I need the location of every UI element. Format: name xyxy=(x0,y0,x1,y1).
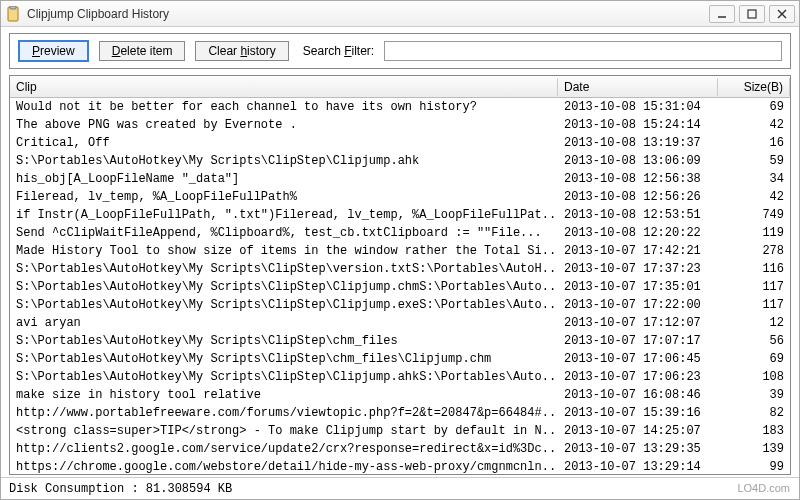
table-row[interactable]: http://www.portablefreeware.com/forums/v… xyxy=(10,404,790,422)
cell-size: 82 xyxy=(718,406,790,420)
table-row[interactable]: Made History Tool to show size of items … xyxy=(10,242,790,260)
svg-rect-3 xyxy=(748,10,756,18)
cell-date: 2013-10-08 15:24:14 xyxy=(558,118,718,132)
cell-clip: S:\Portables\AutoHotkey\My Scripts\ClipS… xyxy=(10,370,558,384)
table-row[interactable]: S:\Portables\AutoHotkey\My Scripts\ClipS… xyxy=(10,260,790,278)
table-row[interactable]: Critical, Off2013-10-08 13:19:3716 xyxy=(10,134,790,152)
table-row[interactable]: S:\Portables\AutoHotkey\My Scripts\ClipS… xyxy=(10,368,790,386)
cell-clip: http://www.portablefreeware.com/forums/v… xyxy=(10,406,558,420)
cell-size: 69 xyxy=(718,100,790,114)
window-title: Clipjump Clipboard History xyxy=(27,7,709,21)
preview-button[interactable]: Preview xyxy=(18,40,89,62)
cell-clip: S:\Portables\AutoHotkey\My Scripts\ClipS… xyxy=(10,298,558,312)
cell-clip: make size in history tool relative xyxy=(10,388,558,402)
history-table: Clip Date Size(B) Would not it be better… xyxy=(9,75,791,475)
status-bar: Disk Consumption : 81.308594 KB xyxy=(1,477,799,499)
table-row[interactable]: his_obj[A_LoopFileName "_data"]2013-10-0… xyxy=(10,170,790,188)
table-row[interactable]: avi aryan2013-10-07 17:12:0712 xyxy=(10,314,790,332)
table-body[interactable]: Would not it be better for each channel … xyxy=(10,98,790,474)
table-row[interactable]: Fileread, lv_temp, %A_LoopFileFullPath%2… xyxy=(10,188,790,206)
clear-history-button[interactable]: Clear history xyxy=(195,41,288,61)
cell-clip: avi aryan xyxy=(10,316,558,330)
column-header-size[interactable]: Size(B) xyxy=(718,78,790,96)
cell-size: 119 xyxy=(718,226,790,240)
cell-size: 16 xyxy=(718,136,790,150)
cell-size: 117 xyxy=(718,280,790,294)
cell-clip: http://clients2.google.com/service/updat… xyxy=(10,442,558,456)
cell-date: 2013-10-07 17:07:17 xyxy=(558,334,718,348)
cell-size: 278 xyxy=(718,244,790,258)
cell-clip: Send ^cClipWaitFileAppend, %Clipboard%, … xyxy=(10,226,558,240)
cell-clip: S:\Portables\AutoHotkey\My Scripts\ClipS… xyxy=(10,352,558,366)
cell-clip: S:\Portables\AutoHotkey\My Scripts\ClipS… xyxy=(10,334,558,348)
disk-consumption-label: Disk Consumption : 81.308594 KB xyxy=(9,482,232,496)
table-row[interactable]: Send ^cClipWaitFileAppend, %Clipboard%, … xyxy=(10,224,790,242)
table-row[interactable]: S:\Portables\AutoHotkey\My Scripts\ClipS… xyxy=(10,296,790,314)
app-window: Clipjump Clipboard History Preview Delet… xyxy=(0,0,800,500)
cell-size: 42 xyxy=(718,118,790,132)
cell-size: 749 xyxy=(718,208,790,222)
cell-date: 2013-10-07 13:29:14 xyxy=(558,460,718,474)
cell-date: 2013-10-08 12:56:38 xyxy=(558,172,718,186)
cell-clip: his_obj[A_LoopFileName "_data"] xyxy=(10,172,558,186)
cell-clip: S:\Portables\AutoHotkey\My Scripts\ClipS… xyxy=(10,154,558,168)
titlebar: Clipjump Clipboard History xyxy=(1,1,799,27)
column-header-clip[interactable]: Clip xyxy=(10,78,558,96)
cell-size: 69 xyxy=(718,352,790,366)
cell-date: 2013-10-07 17:42:21 xyxy=(558,244,718,258)
cell-date: 2013-10-08 12:20:22 xyxy=(558,226,718,240)
cell-clip: <strong class=super>TIP</strong> - To ma… xyxy=(10,424,558,438)
cell-size: 12 xyxy=(718,316,790,330)
table-row[interactable]: Would not it be better for each channel … xyxy=(10,98,790,116)
cell-size: 59 xyxy=(718,154,790,168)
cell-size: 39 xyxy=(718,388,790,402)
table-row[interactable]: make size in history tool relative2013-1… xyxy=(10,386,790,404)
cell-size: 183 xyxy=(718,424,790,438)
app-icon xyxy=(5,6,21,22)
table-row[interactable]: S:\Portables\AutoHotkey\My Scripts\ClipS… xyxy=(10,332,790,350)
cell-date: 2013-10-07 13:29:35 xyxy=(558,442,718,456)
cell-date: 2013-10-07 17:06:45 xyxy=(558,352,718,366)
svg-rect-1 xyxy=(10,6,16,9)
column-header-date[interactable]: Date xyxy=(558,78,718,96)
table-row[interactable]: if Instr(A_LoopFileFullPath, ".txt")File… xyxy=(10,206,790,224)
table-row[interactable]: <strong class=super>TIP</strong> - To ma… xyxy=(10,422,790,440)
table-row[interactable]: S:\Portables\AutoHotkey\My Scripts\ClipS… xyxy=(10,278,790,296)
cell-clip: https://chrome.google.com/webstore/detai… xyxy=(10,460,558,474)
cell-clip: Fileread, lv_temp, %A_LoopFileFullPath% xyxy=(10,190,558,204)
cell-size: 117 xyxy=(718,298,790,312)
window-controls xyxy=(709,5,795,23)
cell-clip: if Instr(A_LoopFileFullPath, ".txt")File… xyxy=(10,208,558,222)
cell-clip: The above PNG was created by Evernote . xyxy=(10,118,558,132)
cell-size: 56 xyxy=(718,334,790,348)
cell-size: 108 xyxy=(718,370,790,384)
maximize-button[interactable] xyxy=(739,5,765,23)
table-row[interactable]: S:\Portables\AutoHotkey\My Scripts\ClipS… xyxy=(10,152,790,170)
table-row[interactable]: The above PNG was created by Evernote .2… xyxy=(10,116,790,134)
cell-date: 2013-10-07 17:35:01 xyxy=(558,280,718,294)
table-row[interactable]: https://chrome.google.com/webstore/detai… xyxy=(10,458,790,474)
cell-date: 2013-10-07 15:39:16 xyxy=(558,406,718,420)
cell-date: 2013-10-08 13:06:09 xyxy=(558,154,718,168)
delete-item-button[interactable]: Delete item xyxy=(99,41,186,61)
cell-date: 2013-10-07 17:12:07 xyxy=(558,316,718,330)
cell-size: 34 xyxy=(718,172,790,186)
cell-date: 2013-10-07 14:25:07 xyxy=(558,424,718,438)
cell-date: 2013-10-07 17:22:00 xyxy=(558,298,718,312)
cell-clip: Would not it be better for each channel … xyxy=(10,100,558,114)
cell-size: 42 xyxy=(718,190,790,204)
table-row[interactable]: S:\Portables\AutoHotkey\My Scripts\ClipS… xyxy=(10,350,790,368)
minimize-button[interactable] xyxy=(709,5,735,23)
toolbar: Preview Delete item Clear history Search… xyxy=(9,33,791,69)
cell-date: 2013-10-07 17:06:23 xyxy=(558,370,718,384)
close-button[interactable] xyxy=(769,5,795,23)
table-row[interactable]: http://clients2.google.com/service/updat… xyxy=(10,440,790,458)
search-filter-label: Search Filter: xyxy=(303,44,374,58)
cell-size: 99 xyxy=(718,460,790,474)
cell-date: 2013-10-08 12:53:51 xyxy=(558,208,718,222)
cell-clip: Critical, Off xyxy=(10,136,558,150)
cell-clip: S:\Portables\AutoHotkey\My Scripts\ClipS… xyxy=(10,280,558,294)
search-filter-input[interactable] xyxy=(384,41,782,61)
cell-size: 116 xyxy=(718,262,790,276)
cell-date: 2013-10-07 17:37:23 xyxy=(558,262,718,276)
